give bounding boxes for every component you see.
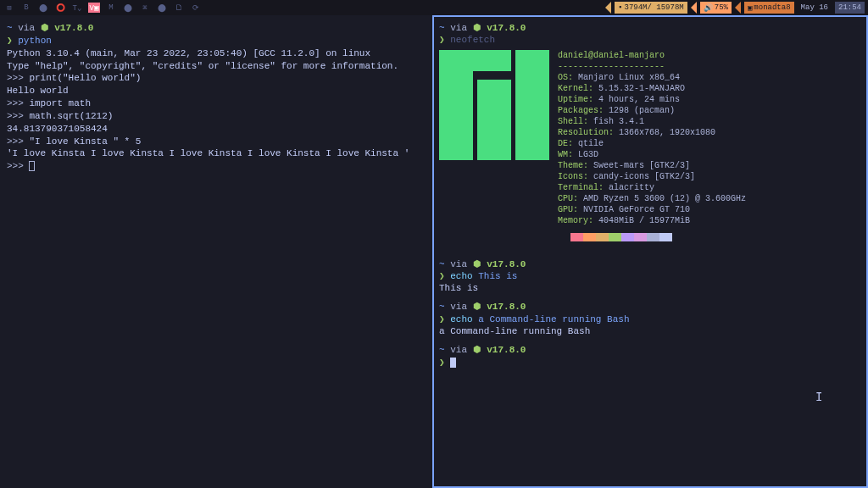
- workspace-dot-icon[interactable]: ⬤: [37, 3, 49, 13]
- nf-key: OS:: [558, 73, 573, 82]
- color-swatch: [596, 233, 609, 241]
- nf-row: Packages: 1298 (pacman): [558, 105, 746, 116]
- py-prompt: >>>: [7, 136, 29, 147]
- py-code: import math: [29, 98, 91, 108]
- prompt-dir: ~: [7, 23, 13, 33]
- py-prompt: >>>: [7, 98, 29, 108]
- command-text: echo: [450, 314, 472, 324]
- py-code: "I love Kinsta " * 5: [29, 136, 141, 147]
- nf-key: Terminal:: [558, 183, 604, 192]
- command-line[interactable]: ❯: [439, 357, 861, 369]
- nf-val: LG3D: [573, 150, 598, 159]
- cursor-icon: [450, 358, 456, 368]
- nf-row: DE: qtile: [558, 138, 746, 149]
- nf-row: GPU: NVIDIA GeForce GT 710: [558, 204, 746, 215]
- neofetch-info: daniel@daniel-manjaro ------------------…: [558, 50, 746, 226]
- text-cursor-icon: I: [815, 390, 822, 405]
- prompt-line: ~ via ⬢ v17.8.0: [7, 22, 426, 35]
- nf-row: WM: LG3D: [558, 149, 746, 160]
- nf-row: Resolution: 1366x768, 1920x1080: [558, 127, 746, 138]
- workspace-dot3-icon[interactable]: ⬤: [156, 3, 168, 13]
- nf-key: DE:: [558, 139, 573, 148]
- color-swatch: [634, 233, 647, 241]
- prompt-via: via: [450, 23, 472, 33]
- workspace-icon[interactable]: ⊞: [3, 3, 15, 13]
- repl-output: 'I love Kinsta I love Kinsta I love Kins…: [7, 147, 426, 160]
- node-icon: ⬢: [473, 259, 481, 269]
- main-area: ~ via ⬢ v17.8.0 ❯ python Python 3.10.4 (…: [0, 15, 868, 488]
- prompt-dir: ~: [439, 23, 445, 33]
- repl-line: >>> math.sqrt(1212): [7, 110, 426, 123]
- command-line: ❯ echo a Command-line running Bash: [439, 313, 861, 325]
- window-name: ▣ monadta8: [744, 2, 794, 14]
- py-prompt: >>>: [7, 73, 29, 83]
- workspace-t-icon[interactable]: T⌄: [71, 3, 83, 13]
- prompt-arrow: ❯: [439, 271, 445, 281]
- right-terminal[interactable]: ~ via ⬢ v17.8.0 ❯ neofetch daniel@dani: [432, 15, 868, 488]
- prompt-arrow: ❯: [439, 358, 445, 368]
- top-status-bar: ⊞ B ⬤ ⭕ T⌄ V▣ M ⬤ ⌘ ⬤ 🗋 ⟳ ▪ 3794M/ 15978…: [0, 0, 868, 15]
- nf-row: CPU: AMD Ryzen 5 3600 (12) @ 3.600GHz: [558, 193, 746, 204]
- nf-row: Icons: candy-icons [GTK2/3]: [558, 171, 746, 182]
- nf-key: Kernel:: [558, 84, 593, 93]
- nf-key: WM:: [558, 150, 573, 159]
- nf-val: 1298 (pacman): [604, 106, 675, 115]
- color-swatch: [558, 233, 570, 241]
- prompt-via: via: [450, 302, 472, 312]
- command-text: neofetch: [450, 35, 495, 45]
- workspace-file-icon[interactable]: 🗋: [173, 3, 185, 13]
- prompt-via: via: [450, 345, 472, 355]
- prompt-arrow: ❯: [439, 35, 445, 45]
- node-icon: ⬢: [473, 23, 481, 33]
- memory-widget: ▪ 3794M/ 15978M: [615, 2, 687, 14]
- color-swatch: [570, 233, 583, 241]
- nf-key: Shell:: [558, 117, 588, 126]
- workspace-circle-icon[interactable]: ⭕: [54, 3, 66, 13]
- workspace-m-icon[interactable]: M: [105, 3, 117, 13]
- prompt-via: via: [18, 23, 40, 33]
- prompt-dir: ~: [439, 345, 445, 355]
- left-terminal[interactable]: ~ via ⬢ v17.8.0 ❯ python Python 3.10.4 (…: [0, 15, 432, 488]
- nf-row: OS: Manjaro Linux x86_64: [558, 72, 746, 83]
- nf-key: Resolution:: [558, 128, 614, 137]
- color-swatch: [621, 233, 634, 241]
- workspace-b-icon[interactable]: B: [20, 3, 32, 13]
- node-icon: ⬢: [473, 302, 481, 312]
- window-name-text: monadta8: [754, 3, 790, 12]
- nf-val: NVIDIA GeForce GT 710: [578, 205, 690, 214]
- python-help: Type "help", "copyright", "credits" or "…: [7, 60, 426, 73]
- echo-output: This is: [439, 282, 861, 294]
- workspace-info-icon[interactable]: ⟳: [190, 3, 202, 13]
- prompt-arrow: ❯: [439, 314, 445, 324]
- nf-key: Packages:: [558, 106, 604, 115]
- nf-row: Memory: 4048MiB / 15977MiB: [558, 215, 746, 226]
- cursor-icon: [29, 161, 35, 171]
- nf-key: Icons:: [558, 172, 588, 181]
- nf-key: CPU:: [558, 194, 578, 203]
- nf-row: Theme: Sweet-mars [GTK2/3]: [558, 160, 746, 171]
- command-line: ❯ echo This is: [439, 270, 861, 282]
- nf-row: Shell: fish 3.4.1: [558, 116, 746, 127]
- workspace-dot2-icon[interactable]: ⬤: [122, 3, 134, 13]
- nf-val: AMD Ryzen 5 3600 (12) @ 3.600GHz: [578, 194, 746, 203]
- command-arg: This is: [478, 271, 517, 281]
- arrow-icon: [735, 2, 741, 14]
- workspace-v-icon[interactable]: V▣: [88, 3, 100, 13]
- nf-val: 4048MiB / 15977MiB: [593, 216, 690, 225]
- command-text: python: [18, 36, 52, 46]
- nf-row: Terminal: alacritty: [558, 182, 746, 193]
- nf-key: Theme:: [558, 161, 588, 170]
- nf-key: Uptime:: [558, 95, 593, 104]
- workspace-cmd-icon[interactable]: ⌘: [139, 3, 151, 13]
- prompt-version: v17.8.0: [487, 345, 526, 355]
- command-arg: a Command-line running Bash: [478, 314, 629, 324]
- color-swatch: [659, 233, 672, 241]
- nf-val: Sweet-mars [GTK2/3]: [588, 161, 690, 170]
- nf-dashes: ---------------------: [558, 61, 746, 72]
- node-icon: ⬢: [473, 345, 481, 355]
- prompt-version: v17.8.0: [487, 302, 526, 312]
- volume-widget[interactable]: 🔊 75%: [700, 2, 732, 14]
- nf-val: 1366x768, 1920x1080: [614, 128, 715, 137]
- prompt-line: ~ via ⬢ v17.8.0: [439, 301, 861, 313]
- nf-header: daniel@daniel-manjaro: [558, 50, 746, 61]
